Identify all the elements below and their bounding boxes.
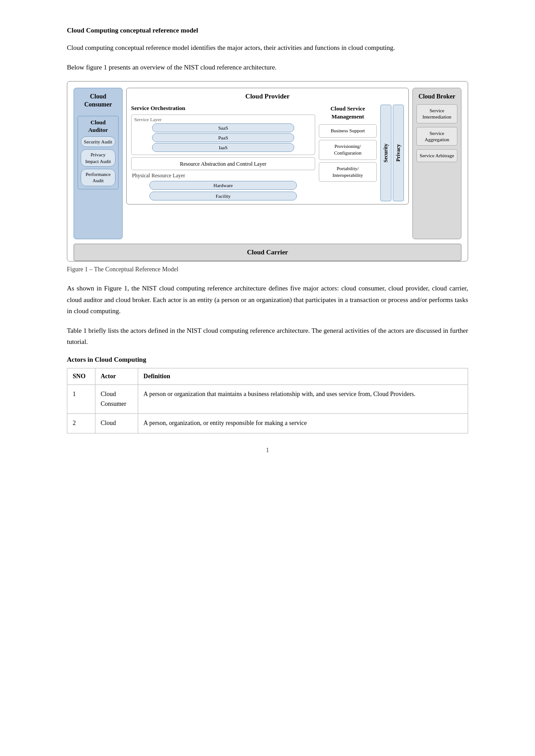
paragraph2: Table 1 briefly lists the actors defined… (67, 325, 468, 348)
vertical-labels: Security Privacy (380, 105, 404, 201)
cloud-consumer-title: CloudConsumer (78, 93, 119, 109)
consumer-box: CloudConsumer CloudAuditor Security Audi… (74, 88, 123, 239)
physical-resource-label: Physical Resource Layer (131, 172, 315, 179)
cell-definition: A person or organization that maintains … (138, 384, 468, 414)
provider-box: Cloud Provider Service Orchestration Ser… (126, 88, 409, 204)
table-row: 2 Cloud A person, organization, or entit… (67, 414, 468, 433)
intro-text: Cloud computing conceptual reference mod… (67, 42, 468, 54)
cloud-provider-title: Cloud Provider (131, 93, 404, 100)
performance-audit-item: Performance Audit (81, 169, 115, 186)
csm-col: Cloud Service Management Business Suppor… (319, 105, 377, 201)
csm-title: Cloud Service Management (319, 105, 377, 121)
page-number: 1 (67, 447, 468, 454)
service-intermediation-item: Service Intermediation (416, 104, 457, 123)
service-orchestration-title: Service Orchestration (131, 105, 315, 112)
cell-sno: 2 (67, 414, 95, 433)
cell-actor: Cloud Consumer (95, 384, 138, 414)
table-row: 1 Cloud Consumer A person or organizatio… (67, 384, 468, 414)
paas-pill: PaaS (152, 133, 294, 142)
security-audit-item: Security Audit (81, 136, 115, 147)
privacy-impact-audit-item: Privacy Impact Audit (81, 149, 115, 167)
cloud-broker-column: Cloud Broker Service Intermediation Serv… (412, 88, 461, 239)
orchestration-col: Service Orchestration Service Layer SaaS… (131, 105, 315, 201)
table-heading: Actors in Cloud Computing (67, 356, 468, 364)
hardware-pill: Hardware (149, 181, 296, 190)
col-header-sno: SNO (67, 368, 95, 384)
provisioning-item: Provisioning/ Configuration (319, 140, 377, 160)
paragraph1: As shown in Figure 1, the NIST cloud com… (67, 283, 468, 317)
service-layer-label: Service Layer (134, 117, 312, 122)
portability-item: Portability/ Interoperability (319, 162, 377, 182)
saas-pill: SaaS (152, 123, 294, 132)
cell-definition: A person, organization, or entity respon… (138, 414, 468, 433)
cell-actor: Cloud (95, 414, 138, 433)
section-heading: Cloud Computing conceptual reference mod… (67, 27, 468, 34)
cloud-broker-title: Cloud Broker (416, 93, 457, 101)
facility-pill: Facility (149, 192, 296, 200)
iaas-pill: IaaS (152, 143, 294, 152)
service-layer-box: Service Layer SaaS PaaS IaaS (131, 114, 315, 155)
business-support-item: Business Support (319, 124, 377, 137)
service-arbitrage-item: Service Arbitrage (416, 149, 457, 162)
cloud-provider-column: Cloud Provider Service Orchestration Ser… (126, 88, 409, 239)
table-header-row: SNO Actor Definition (67, 368, 468, 384)
auditor-section: CloudAuditor Security Audit Privacy Impa… (78, 116, 119, 189)
cloud-auditor-title: CloudAuditor (81, 119, 115, 134)
figure-intro: Below figure 1 presents an overview of t… (67, 62, 468, 74)
figure-caption: Figure 1 – The Conceptual Reference Mode… (67, 266, 468, 273)
diagram-figure: CloudConsumer CloudAuditor Security Audi… (67, 81, 468, 262)
resource-abstraction-box: Resource Abstraction and Control Layer (131, 157, 315, 170)
consumer-auditor-column: CloudConsumer CloudAuditor Security Audi… (74, 88, 123, 239)
broker-box: Cloud Broker Service Intermediation Serv… (412, 88, 461, 239)
col-header-actor: Actor (95, 368, 138, 384)
actors-table: SNO Actor Definition 1 Cloud Consumer A … (67, 368, 468, 433)
service-aggregation-item: Service Aggregation (416, 127, 457, 146)
security-label: Security (380, 105, 391, 201)
cloud-carrier-bar: Cloud Carrier (74, 244, 461, 261)
col-header-definition: Definition (138, 368, 468, 384)
privacy-label: Privacy (393, 105, 404, 201)
cell-sno: 1 (67, 384, 95, 414)
